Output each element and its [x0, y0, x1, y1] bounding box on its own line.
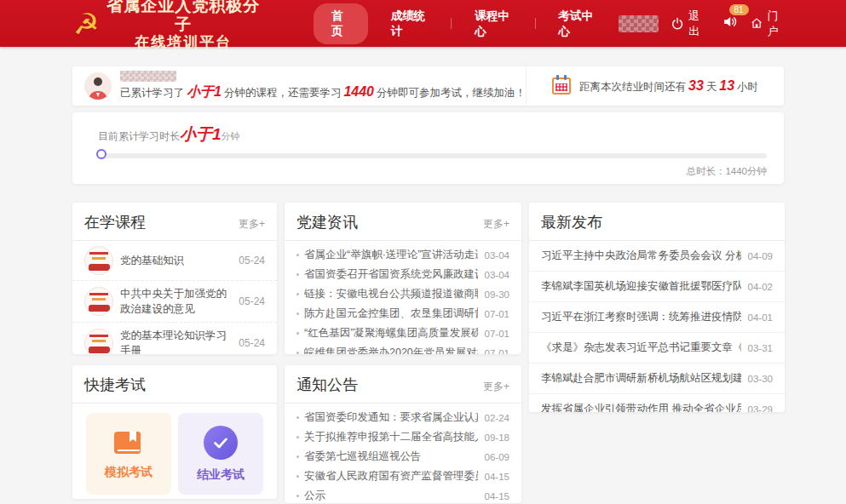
deadline-sentence: 距离本次结业时间还有33天13小时 [579, 78, 758, 94]
deadline-hours-unit: 小时 [737, 81, 758, 93]
study-summary-texts: 已累计学习了小于1分钟的课程，还需要学习1440分钟即可参加考试，继续加油！ [120, 71, 526, 101]
top-header: ☭ 省属企业入党积极分子 在线培训平台 首页 成绩统计 课程中心 考试中心 退出… [0, 0, 846, 47]
notice-date: 04-15 [485, 491, 509, 501]
logout-label: 退出 [688, 9, 707, 39]
latest-title: 习近平在浙江考察时强调：统筹推进疫情防控... [541, 310, 741, 324]
site-title-line1: 省属企业入党积极分子 [106, 0, 260, 34]
course-date: 05-24 [239, 255, 265, 266]
nav-exam-center[interactable]: 考试中心 [536, 9, 619, 39]
deadline-days-unit: 天 [706, 81, 717, 93]
mock-exam-tile[interactable]: 模拟考试 [86, 413, 171, 495]
latest-title: 李锦斌李国英机场迎接安徽首批援鄂医疗队凯... [541, 279, 741, 294]
notice-row[interactable]: 省委第七巡视组巡视公告 06-09 [285, 447, 521, 467]
announcement-speaker-button[interactable]: 81 [722, 14, 738, 33]
nav-course-center[interactable]: 课程中心 [452, 9, 535, 39]
study-mid: 分钟的课程，还需要学习 [224, 87, 342, 99]
notice-row[interactable]: 公示 04-15 [285, 486, 521, 503]
bullet-dot [296, 312, 299, 315]
news-date: 07-01 [485, 348, 509, 355]
latest-title: 发挥省属企业引领带动作用 推动全省企业尽快... [541, 402, 741, 412]
mock-exam-label: 模拟考试 [105, 465, 153, 480]
deadline-days: 33 [686, 78, 706, 93]
study-prefix: 已累计学习了 [120, 87, 184, 99]
party-news-title: 党建资讯 [296, 212, 358, 232]
news-date: 07-01 [485, 309, 509, 319]
user-avatar [84, 72, 112, 100]
latest-posts-title: 最新发布 [541, 212, 602, 232]
study-progress-card: 目前累计学习时长小于1分钟 总时长：1440分钟 [72, 112, 784, 184]
notice-title: 省国资委印发通知：要求省属企业认真贯彻落... [304, 410, 478, 425]
bullet-dot [296, 495, 299, 497]
notice-title: 安徽省人民政府国有资产监督管理委员会网站... [304, 469, 478, 484]
nav-home[interactable]: 首页 [314, 3, 368, 44]
latest-row[interactable]: 习近平主持中央政治局常务委员会会议 分析国... 04-09 [529, 241, 785, 271]
check-circle-icon [204, 426, 238, 460]
final-exam-tile[interactable]: 结业考试 [178, 413, 263, 495]
news-row[interactable]: 省属企业“举旗帜·送理论”宣讲活动走进华安... 03-04 [285, 245, 521, 265]
header-right-group: 退出 81 门户 [619, 9, 786, 39]
news-row[interactable]: 皖维集团党委举办2020年党员发展对象培训班... 07-01 [285, 343, 521, 354]
course-title: 党的基础知识 [120, 253, 232, 268]
latest-date: 04-09 [748, 251, 773, 261]
latest-date: 03-31 [748, 343, 773, 353]
notice-title: 公示 [304, 489, 478, 503]
quick-exam-card: 快捷考试 模拟考试 结业考 [72, 365, 277, 499]
notice-date: 04-15 [485, 472, 509, 482]
notice-date: 02-24 [485, 413, 509, 423]
party-news-more-link[interactable]: 更多+ [483, 217, 509, 232]
site-title-line2: 在线培训平台 [106, 34, 260, 51]
notice-row[interactable]: 安徽省人民政府国有资产监督管理委员会网站... 04-15 [285, 467, 521, 486]
deadline-hours: 13 [717, 78, 737, 93]
study-summary-sentence: 已累计学习了小于1分钟的课程，还需要学习1440分钟即可参加考试，继续加油！ [120, 83, 526, 101]
latest-row[interactable]: 发挥省属企业引领带动作用 推动全省企业尽快... 03-29 [529, 393, 785, 412]
portal-button[interactable]: 门户 [750, 9, 786, 39]
notice-date: 06-09 [485, 452, 509, 462]
news-title: 链接：安徽电视台公共频道报道徽商职业学院... [304, 287, 478, 301]
notices-more-link[interactable]: 更多+ [483, 380, 509, 394]
news-title: 省属企业“举旗帜·送理论”宣讲活动走进华安... [304, 248, 478, 262]
progress-track[interactable] [98, 153, 767, 158]
progress-unit: 分钟 [222, 131, 240, 141]
notification-badge: 81 [729, 4, 749, 15]
news-row[interactable]: 链接：安徽电视台公共频道报道徽商职业学院... 09-30 [285, 284, 521, 304]
bullet-dot [296, 254, 299, 256]
bullet-dot [296, 273, 299, 276]
notice-title: 省委第七巡视组巡视公告 [304, 450, 478, 464]
latest-date: 04-01 [748, 312, 773, 323]
final-exam-label: 结业考试 [197, 467, 245, 483]
notice-row[interactable]: 省国资委印发通知：要求省属企业认真贯彻落... 02-24 [285, 408, 521, 427]
bullet-dot [296, 475, 299, 478]
latest-row[interactable]: 李锦斌李国英机场迎接安徽首批援鄂医疗队凯... 04-02 [529, 271, 785, 301]
news-date: 09-30 [485, 289, 509, 300]
progress-slider-handle[interactable] [96, 149, 106, 159]
bullet-dot [296, 332, 299, 335]
course-row[interactable]: 中共中央关于加强党的政治建设的意见 05-24 [72, 280, 277, 322]
logout-button[interactable]: 退出 [670, 9, 707, 39]
latest-date: 04-02 [748, 282, 773, 292]
deadline-summary: 距离本次结业时间还有33天13小时 [527, 77, 758, 94]
course-thumbnail [84, 287, 113, 316]
calendar-dots [555, 83, 567, 91]
course-title: 党的基本理论知识学习手册 [120, 328, 232, 354]
course-row[interactable]: 党的基础知识 05-24 [72, 241, 277, 280]
news-row[interactable]: 省国资委召开省国资系统党风廉政建设和反腐... 03-04 [285, 265, 521, 284]
notice-row[interactable]: 关于拟推荐申报第十二届全省高技能人才评选... 09-18 [285, 427, 521, 447]
news-row[interactable]: 陈方赴国元金控集团、农垦集团调研督导 07-01 [285, 304, 521, 324]
latest-title: 习近平主持中央政治局常务委员会会议 分析国... [541, 249, 741, 263]
news-row[interactable]: “红色基因”凝聚海螺集团高质量发展磅礴力... 07-01 [285, 324, 521, 343]
courses-more-link[interactable]: 更多+ [239, 217, 265, 232]
nav-score-stats[interactable]: 成绩统计 [368, 9, 452, 39]
latest-row[interactable]: 习近平在浙江考察时强调：统筹推进疫情防控... 04-01 [529, 301, 785, 332]
course-title: 中共中央关于加强党的政治建设的意见 [120, 286, 232, 317]
latest-row[interactable]: 《求是》杂志发表习近平总书记重要文章《在... 03-31 [529, 332, 785, 363]
latest-row[interactable]: 李锦斌赴合肥市调研新桥机场航站区规划建设... 03-30 [529, 363, 785, 393]
site-title: 省属企业入党积极分子 在线培训平台 [106, 0, 260, 50]
latest-posts-card: 最新发布 习近平主持中央政治局常务委员会会议 分析国... 04-09 李锦斌李… [529, 203, 785, 412]
notices-card: 通知公告 更多+ 省国资委印发通知：要求省属企业认真贯彻落... 02-24 关… [285, 365, 521, 503]
bullet-dot [296, 352, 299, 354]
progress-total-label: 总时长：1440分钟 [98, 165, 767, 178]
course-row[interactable]: 党的基本理论知识学习手册 05-24 [72, 322, 277, 354]
news-date: 07-01 [485, 329, 509, 339]
bullet-dot [296, 416, 299, 419]
course-thumbnail [84, 246, 113, 275]
